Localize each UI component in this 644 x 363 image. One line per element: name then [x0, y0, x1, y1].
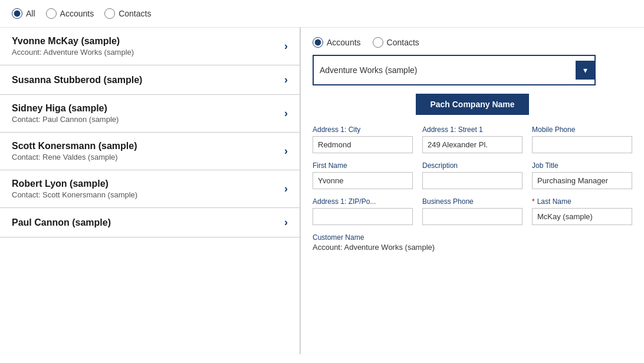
right-filter-contacts-radio[interactable] [373, 37, 383, 48]
list-item-subtitle: Contact: Rene Valdes (sample) [12, 153, 278, 161]
filter-accounts-label: Accounts [60, 9, 94, 18]
field-label-address1-city: Address 1: City [313, 126, 413, 134]
chevron-right-icon: › [284, 183, 288, 195]
field-input-address1-street1[interactable] [422, 136, 523, 153]
list-item[interactable]: Paul Cannon (sample) › [0, 208, 300, 237]
field-input-mobile-phone[interactable] [532, 136, 632, 153]
right-filter-contacts-label: Contacts [387, 38, 419, 47]
filter-contacts-label: Contacts [119, 9, 151, 18]
chevron-right-icon: › [284, 40, 288, 52]
customer-name-label: Customer Name [313, 233, 632, 242]
list-item-content: Paul Cannon (sample) [12, 217, 278, 228]
chevron-right-icon: › [284, 145, 288, 157]
right-panel: Accounts Contacts Adventure Works (sampl… [301, 28, 644, 354]
field-label-address1-street1: Address 1: Street 1 [422, 126, 523, 134]
list-item-subtitle: Contact: Scott Konersmann (sample) [12, 190, 278, 199]
form-fields: Address 1: City Address 1: Street 1 Mobi… [313, 126, 632, 225]
list-item[interactable]: Yvonne McKay (sample) Account: Adventure… [0, 28, 300, 65]
field-label-description: Description [422, 161, 523, 170]
list-item-subtitle: Account: Adventure Works (sample) [12, 48, 278, 57]
list-item-content: Yvonne McKay (sample) Account: Adventure… [12, 36, 278, 57]
left-panel: Yvonne McKay (sample) Account: Adventure… [0, 28, 301, 354]
list-item-title: Scott Konersmann (sample) [12, 141, 278, 151]
field-input-first-name[interactable] [313, 172, 413, 189]
field-last-name: *Last Name [532, 197, 632, 225]
filter-all[interactable]: All [12, 8, 35, 19]
filter-contacts[interactable]: Contacts [104, 8, 151, 19]
account-dropdown-text: Adventure Works (sample) [320, 65, 417, 75]
right-filter-accounts-label: Accounts [327, 38, 361, 47]
main-layout: Yvonne McKay (sample) Account: Adventure… [0, 28, 644, 354]
list-item-content: Scott Konersmann (sample) Contact: Rene … [12, 141, 278, 161]
list-item-title: Paul Cannon (sample) [12, 217, 278, 228]
filter-all-label: All [26, 9, 35, 18]
account-dropdown-container: Adventure Works (sample) ▾ [313, 55, 632, 85]
field-label-address1-zip: Address 1: ZIP/Po... [313, 197, 413, 206]
field-input-last-name[interactable] [532, 208, 632, 225]
right-filter-contacts[interactable]: Contacts [373, 37, 419, 48]
field-label-mobile-phone: Mobile Phone [532, 126, 632, 134]
field-address1-street1: Address 1: Street 1 [422, 126, 523, 153]
field-label-last-name: *Last Name [532, 197, 632, 206]
right-filter-accounts[interactable]: Accounts [313, 37, 361, 48]
customer-name-section: Customer Name Account: Adventure Works (… [313, 233, 632, 252]
field-input-address1-city[interactable] [313, 136, 413, 153]
right-filter: Accounts Contacts [313, 37, 632, 48]
field-business-phone: Business Phone [422, 197, 523, 225]
field-input-description[interactable] [422, 172, 523, 189]
top-radio-group: All Accounts Contacts [12, 8, 151, 19]
field-input-address1-zip[interactable] [313, 208, 413, 225]
field-description: Description [422, 161, 523, 189]
field-job-title: Job Title [532, 161, 632, 189]
customer-name-value: Account: Adventure Works (sample) [313, 243, 632, 252]
chevron-right-icon: › [284, 107, 288, 120]
dropdown-arrow-icon: ▾ [576, 61, 594, 80]
field-address1-zip: Address 1: ZIP/Po... [313, 197, 413, 225]
list-item-content: Sidney Higa (sample) Contact: Paul Canno… [12, 103, 278, 124]
patch-button[interactable]: Pach Company Name [416, 94, 528, 115]
field-first-name: First Name [313, 161, 413, 189]
list-item[interactable]: Sidney Higa (sample) Contact: Paul Canno… [0, 95, 300, 133]
required-indicator: * [532, 197, 535, 206]
field-label-first-name: First Name [313, 161, 413, 170]
list-item-subtitle: Contact: Paul Cannon (sample) [12, 115, 278, 124]
field-input-business-phone[interactable] [422, 208, 523, 225]
account-dropdown[interactable]: Adventure Works (sample) ▾ [313, 55, 596, 85]
filter-all-radio[interactable] [12, 8, 22, 19]
field-address1-city: Address 1: City [313, 126, 413, 153]
field-mobile-phone: Mobile Phone [532, 126, 632, 153]
filter-accounts[interactable]: Accounts [46, 8, 94, 19]
list-item[interactable]: Robert Lyon (sample) Contact: Scott Kone… [0, 170, 300, 208]
list-item-title: Robert Lyon (sample) [12, 179, 278, 189]
filter-accounts-radio[interactable] [46, 8, 57, 19]
list-item-content: Susanna Stubberod (sample) [12, 75, 278, 85]
list-item[interactable]: Susanna Stubberod (sample) › [0, 65, 300, 95]
right-filter-accounts-radio[interactable] [313, 37, 323, 48]
list-item-content: Robert Lyon (sample) Contact: Scott Kone… [12, 179, 278, 199]
list-item[interactable]: Scott Konersmann (sample) Contact: Rene … [0, 133, 300, 170]
field-label-business-phone: Business Phone [422, 197, 523, 206]
field-input-job-title[interactable] [532, 172, 632, 189]
list-item-title: Susanna Stubberod (sample) [12, 75, 278, 85]
field-label-job-title: Job Title [532, 161, 632, 170]
filter-contacts-radio[interactable] [104, 8, 115, 19]
chevron-right-icon: › [284, 216, 288, 229]
list-item-title: Yvonne McKay (sample) [12, 36, 278, 47]
top-filter-bar: All Accounts Contacts [0, 0, 644, 28]
list-item-title: Sidney Higa (sample) [12, 103, 278, 114]
chevron-right-icon: › [284, 74, 288, 86]
